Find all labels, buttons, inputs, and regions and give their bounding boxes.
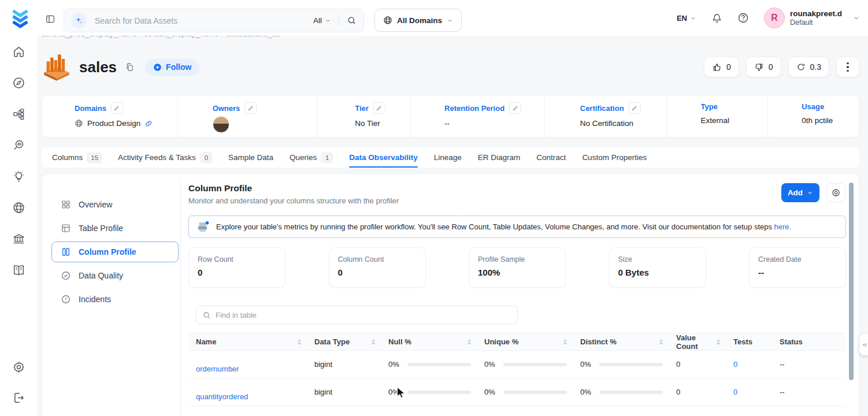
sort-icon[interactable] [468, 339, 471, 345]
profiler-settings-button[interactable] [826, 183, 845, 202]
tab-custom-properties[interactable]: Custom Properties [582, 147, 647, 168]
tests-link[interactable]: 0 [726, 406, 772, 416]
col-header-value-count[interactable]: Value Count [669, 333, 726, 350]
unique-pct-bar [503, 363, 567, 366]
panel-collapse-handle[interactable] [859, 334, 868, 355]
sort-icon[interactable] [298, 339, 301, 345]
find-in-table[interactable] [196, 306, 518, 324]
tab-sample-data[interactable]: Sample Data [228, 147, 273, 168]
distinct-pct: 0% [580, 388, 591, 396]
columns-table: Name Data Type Null % Unique % Distinct … [188, 333, 846, 416]
insights-bulb-icon[interactable] [12, 170, 25, 183]
downvote-button[interactable]: 0 [746, 57, 781, 77]
globe-icon [383, 16, 392, 25]
tab-activity-count: 0 [201, 153, 212, 163]
stat-row-count: Row Count0 [188, 247, 285, 288]
nav-table-profile[interactable]: Table Profile [51, 218, 179, 239]
section-subtitle: Monitor and understand your columns stru… [188, 196, 399, 205]
help-icon[interactable] [737, 12, 749, 24]
domains-globe-icon[interactable] [12, 201, 25, 214]
table-row: quantityordered bigint 0% 0% 0% 0 0 -- [188, 378, 846, 406]
edit-tier-button[interactable] [373, 102, 385, 114]
entity-metadata-bar: Domains Product Design Owners Tier No Ti… [42, 95, 859, 138]
user-menu[interactable]: R rounakpreet.d Default [764, 8, 860, 28]
col-header-distinct[interactable]: Distinct % [573, 333, 669, 350]
home-icon[interactable] [12, 45, 25, 58]
column-name-link[interactable]: quantityordered [188, 378, 307, 406]
section-title: Column Profile [188, 183, 252, 194]
edit-domains-button[interactable] [111, 102, 123, 114]
observability-search-icon[interactable] [12, 139, 25, 152]
sort-icon[interactable] [717, 339, 720, 345]
copy-icon[interactable] [125, 62, 135, 72]
logout-icon[interactable] [12, 391, 25, 404]
glossary-book-icon[interactable] [12, 263, 25, 277]
tab-columns-count: 15 [87, 153, 102, 163]
search-input[interactable] [95, 16, 313, 25]
govern-bank-icon[interactable] [12, 232, 25, 246]
search-icon[interactable] [347, 16, 357, 25]
add-button[interactable]: Add [781, 183, 819, 202]
tab-er-diagram[interactable]: ER Diagram [478, 147, 521, 168]
find-in-table-input[interactable] [216, 311, 511, 320]
domains-value[interactable]: Product Design [87, 119, 140, 128]
tab-data-observability[interactable]: Data Observability [349, 147, 418, 168]
follow-button[interactable]: Follow [145, 59, 199, 76]
tests-link[interactable]: 0 [726, 378, 772, 406]
more-actions-button[interactable] [836, 57, 859, 77]
tab-columns[interactable]: Columns15 [52, 147, 102, 168]
owner-avatar[interactable] [213, 116, 229, 133]
sort-icon[interactable] [563, 339, 567, 345]
version-button[interactable]: 0.3 [788, 57, 829, 77]
tab-contract[interactable]: Contract [536, 147, 566, 168]
column-data-type: bigint [307, 351, 381, 378]
nav-overview[interactable]: Overview [51, 194, 179, 215]
nav-incidents[interactable]: Incidents [51, 289, 179, 310]
upvote-button[interactable]: 0 [704, 57, 739, 77]
language-dropdown[interactable]: EN [677, 14, 696, 23]
banner-docs-link[interactable]: here. [774, 222, 792, 231]
column-name-link[interactable] [188, 406, 307, 416]
col-header-name[interactable]: Name [188, 333, 307, 350]
sidebar-toggle-icon[interactable] [45, 14, 55, 24]
tier-value: No Tier [355, 119, 380, 128]
entity-tabs: Columns15 Activity Feeds & Tasks0 Sample… [42, 147, 859, 168]
version-history-icon [796, 62, 806, 72]
column-name-link[interactable]: ordernumber [188, 351, 307, 378]
athena-service-icon [42, 52, 72, 82]
col-header-data-type[interactable]: Data Type [307, 333, 381, 350]
sort-icon[interactable] [659, 339, 663, 345]
tests-link[interactable]: 0 [726, 351, 772, 378]
thumbs-up-icon [712, 62, 722, 72]
col-header-unique[interactable]: Unique % [477, 333, 573, 350]
ai-sparkle-icon [71, 13, 87, 28]
settings-gear-icon[interactable] [12, 361, 25, 374]
divider [180, 181, 181, 416]
sort-icon[interactable] [372, 339, 375, 345]
tab-queries[interactable]: Queries1 [290, 147, 333, 168]
tab-lineage[interactable]: Lineage [434, 147, 462, 168]
nav-column-profile[interactable]: Column Profile [51, 242, 179, 262]
edit-owners-button[interactable] [244, 102, 257, 114]
col-header-tests: Tests [726, 333, 772, 350]
profile-nav: Overview Table Profile Column Profile Da… [51, 194, 179, 313]
global-search[interactable]: All [64, 9, 364, 32]
edit-certification-button[interactable] [629, 102, 641, 114]
check-circle-icon [61, 270, 71, 281]
all-domains-dropdown[interactable]: All Domains [374, 9, 462, 32]
retention-label: Retention Period [444, 104, 505, 113]
data-hierarchy-icon[interactable] [12, 107, 25, 121]
notifications-bell-icon[interactable] [711, 13, 722, 24]
downvote-count: 0 [769, 62, 773, 72]
edit-retention-button[interactable] [509, 102, 521, 114]
search-scope-dropdown[interactable]: All [313, 16, 331, 25]
nav-data-quality[interactable]: Data Quality [51, 265, 179, 286]
panel-scrollbar[interactable] [849, 183, 854, 380]
col-header-null[interactable]: Null % [381, 333, 477, 350]
explore-compass-icon[interactable] [12, 76, 25, 90]
col-header-status: Status [772, 333, 846, 350]
app-logo[interactable] [9, 8, 31, 29]
domain-link-icon [144, 120, 153, 128]
tab-activity-feeds[interactable]: Activity Feeds & Tasks0 [118, 147, 212, 168]
follow-label: Follow [166, 62, 191, 72]
